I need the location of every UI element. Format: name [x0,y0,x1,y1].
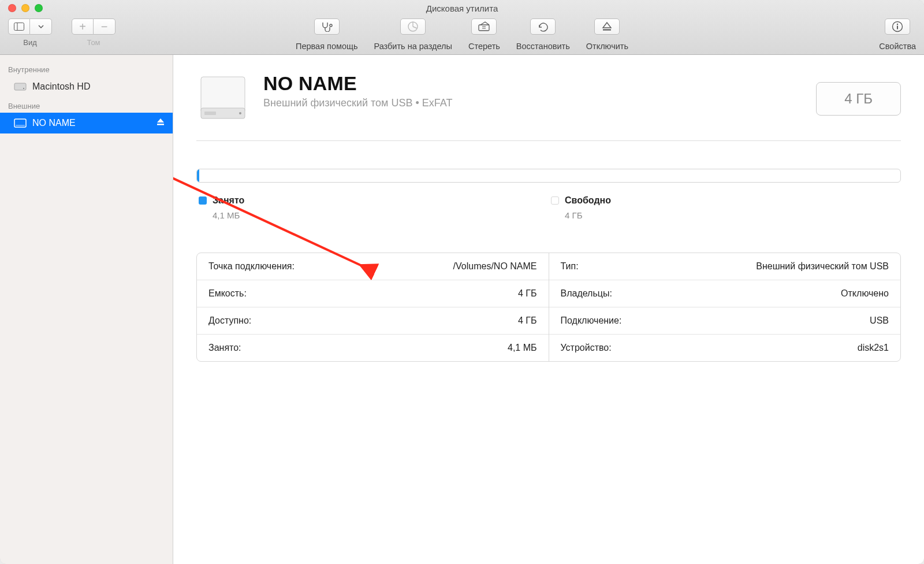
info-row: Доступно:4 ГБ [197,307,549,335]
svg-point-2 [330,24,332,27]
minimize-window-button[interactable] [21,4,29,12]
add-volume-button[interactable]: + [72,18,94,35]
info-col-left: Точка подключения:/Volumes/NO NAME Емкос… [197,253,549,361]
sidebar-icon [14,23,24,31]
used-color-dot [199,196,207,205]
svg-rect-5 [603,29,611,31]
restore-icon [537,21,549,32]
svg-point-10 [23,88,24,89]
volume-large-icon [196,72,249,125]
info-row: Устройство:disk2s1 [549,335,901,361]
info-row: Подключение:USB [549,307,901,335]
eject-volume-button[interactable] [157,118,165,128]
info-label: Свойства [879,42,916,51]
info-table: Точка подключения:/Volumes/NO NAME Емкос… [196,253,901,362]
view-menu-button[interactable] [30,18,52,35]
partition-button[interactable] [400,18,426,35]
sidebar-item-label: NO NAME [32,118,76,128]
volume-name: NO NAME [263,72,452,95]
erase-button[interactable] [471,18,497,35]
svg-rect-13 [157,124,164,125]
partition-label: Разбить на разделы [374,42,452,51]
remove-volume-button[interactable]: − [94,18,116,35]
unmount-button[interactable] [594,18,620,35]
body-split: Внутренние Macintosh HD Внешние NO NAME [0,55,924,564]
restore-button[interactable] [530,18,556,35]
first-aid-label: Первая помощь [296,42,357,51]
svg-rect-4 [479,25,489,31]
disk-utility-window: Дисковая утилита Вид [0,0,924,564]
sidebar-item-label: Macintosh HD [32,81,90,92]
svg-rect-9 [14,83,26,90]
info-col-right: Тип:Внешний физический том USB Владельцы… [549,253,901,361]
view-label: Вид [23,38,37,47]
titlebar: Дисковая утилита Вид [0,0,924,55]
volume-subtitle: Внешний физический том USB • ExFAT [263,97,452,109]
usage-block: Занято 4,1 МБ Свободно 4 ГБ [196,169,901,220]
info-group: Свойства [879,18,916,51]
erase-icon [478,21,490,32]
view-group: Вид [8,18,52,47]
svg-rect-0 [14,23,24,31]
erase-label: Стереть [468,42,500,51]
free-value: 4 ГБ [565,210,901,220]
restore-label: Восстановить [516,42,570,51]
eject-icon [602,21,612,32]
svg-rect-12 [16,125,25,126]
info-row: Занято:4,1 МБ [197,335,549,361]
plus-icon: + [79,21,86,32]
used-value: 4,1 МБ [213,210,549,220]
eject-icon [157,118,165,126]
svg-rect-16 [204,112,216,115]
used-label: Занято [213,195,244,206]
svg-rect-8 [897,26,898,29]
info-button[interactable] [885,18,910,35]
usage-bar [196,169,901,183]
svg-point-7 [897,24,898,25]
close-window-button[interactable] [8,4,16,12]
first-aid-button[interactable] [314,18,340,35]
free-color-dot [551,196,559,205]
external-disk-icon [14,118,27,128]
volume-size-pill: 4 ГБ [816,82,901,116]
zoom-window-button[interactable] [35,4,43,12]
sidebar-item-no-name[interactable]: NO NAME [0,113,173,133]
svg-point-17 [239,112,241,114]
sidebar-section-external: Внешние [0,97,173,113]
window-title: Дисковая утилита [0,3,924,13]
info-icon [892,21,903,32]
window-controls [0,4,43,12]
chevron-down-icon [38,25,44,28]
info-row: Емкость:4 ГБ [197,280,549,307]
minus-icon: − [101,21,108,32]
sidebar: Внутренние Macintosh HD Внешние NO NAME [0,55,173,564]
info-row: Точка подключения:/Volumes/NO NAME [197,253,549,280]
info-row: Тип:Внешний физический том USB [549,253,901,280]
toolbar: Вид + − Том [0,16,924,54]
sidebar-toggle-button[interactable] [8,18,30,35]
free-label: Свободно [565,195,611,206]
center-toolbar: Первая помощь Разбить на разделы Стереть [296,18,628,51]
volume-header: NO NAME Внешний физический том USB • ExF… [196,72,901,141]
sidebar-item-macintosh-hd[interactable]: Macintosh HD [0,76,173,97]
stethoscope-icon [321,21,333,32]
volume-label: Том [87,38,100,47]
unmount-label: Отключить [586,42,628,51]
sidebar-section-internal: Внутренние [0,61,173,76]
main-pane: NO NAME Внешний физический том USB • ExF… [173,55,924,564]
pie-icon [407,21,419,32]
svg-rect-14 [201,77,245,113]
internal-disk-icon [14,81,27,92]
info-row: Владельцы:Отключено [549,280,901,307]
usage-used-slice [197,169,199,182]
volume-group: + − Том [72,18,116,47]
